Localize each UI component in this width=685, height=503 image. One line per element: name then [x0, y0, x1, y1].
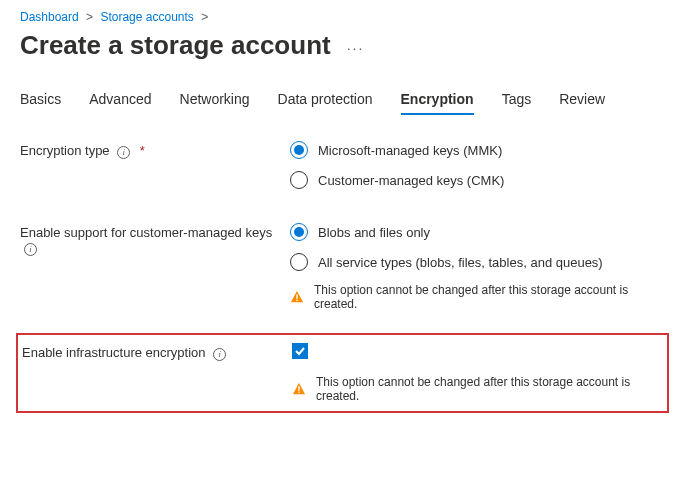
encryption-type-label: Encryption type	[20, 143, 110, 158]
tab-networking[interactable]: Networking	[180, 85, 250, 113]
radio-blobs-files-label: Blobs and files only	[318, 225, 430, 240]
breadcrumb-link-dashboard[interactable]: Dashboard	[20, 10, 79, 24]
svg-rect-0	[296, 294, 297, 298]
radio-all-services[interactable]	[290, 253, 308, 271]
tab-basics[interactable]: Basics	[20, 85, 61, 113]
more-actions-icon[interactable]: ···	[347, 40, 365, 56]
radio-cmk[interactable]	[290, 171, 308, 189]
check-icon	[294, 345, 306, 357]
radio-blobs-files[interactable]	[290, 223, 308, 241]
cmk-support-label: Enable support for customer-managed keys	[20, 225, 272, 240]
cmk-warning-text: This option cannot be changed after this…	[314, 283, 665, 311]
breadcrumb: Dashboard > Storage accounts >	[20, 10, 665, 24]
infra-encryption-checkbox[interactable]	[292, 343, 308, 359]
radio-all-services-label: All service types (blobs, files, tables,…	[318, 255, 603, 270]
svg-rect-3	[298, 391, 299, 392]
info-icon[interactable]: i	[24, 243, 37, 256]
svg-rect-1	[296, 300, 297, 301]
infra-warning-text: This option cannot be changed after this…	[316, 375, 663, 403]
chevron-right-icon: >	[201, 10, 208, 24]
tab-review[interactable]: Review	[559, 85, 605, 113]
required-indicator: *	[140, 143, 145, 158]
breadcrumb-link-storage-accounts[interactable]: Storage accounts	[100, 10, 193, 24]
radio-mmk[interactable]	[290, 141, 308, 159]
tab-advanced[interactable]: Advanced	[89, 85, 151, 113]
infra-encryption-label: Enable infrastructure encryption	[22, 345, 206, 360]
page-title: Create a storage account	[20, 30, 331, 61]
tabs: Basics Advanced Networking Data protecti…	[20, 85, 665, 113]
tab-encryption[interactable]: Encryption	[401, 85, 474, 113]
info-icon[interactable]: i	[117, 146, 130, 159]
info-icon[interactable]: i	[213, 348, 226, 361]
highlight-infra-encryption: Enable infrastructure encryption i This …	[16, 333, 669, 413]
warning-icon	[292, 382, 306, 396]
chevron-right-icon: >	[86, 10, 93, 24]
tab-data-protection[interactable]: Data protection	[278, 85, 373, 113]
tab-tags[interactable]: Tags	[502, 85, 532, 113]
svg-rect-2	[298, 386, 299, 390]
radio-mmk-label: Microsoft-managed keys (MMK)	[318, 143, 502, 158]
radio-cmk-label: Customer-managed keys (CMK)	[318, 173, 504, 188]
warning-icon	[290, 290, 304, 304]
